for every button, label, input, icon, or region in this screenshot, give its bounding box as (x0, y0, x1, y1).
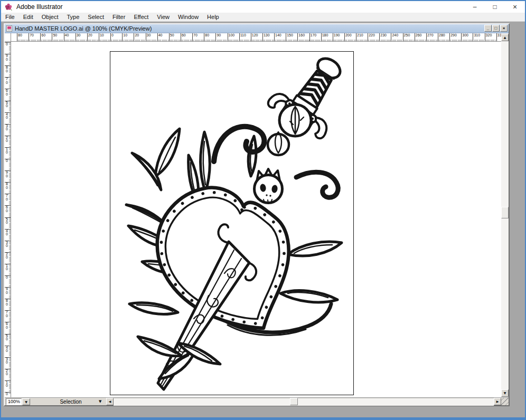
v-ruler-label: 1 0 (5, 264, 11, 271)
h-ruler-label: 330 (496, 33, 501, 41)
h-ruler-label: 320 (485, 33, 492, 41)
menu-select[interactable]: Select (83, 13, 108, 21)
v-ruler-label: 5 0 (5, 217, 11, 225)
h-ruler-label: 30 (146, 33, 151, 41)
v-ruler-label: 6 0 (5, 205, 11, 213)
h-ruler-label: 60 (40, 33, 45, 41)
v-ruler-label: 6 0 (5, 89, 11, 96)
menu-filter[interactable]: Filter (108, 13, 129, 21)
workspace-area: HandD MASTER LOGO.ai @ 100% (CMYK/Previe… (1, 22, 525, 417)
h-ruler-label: 70 (192, 33, 198, 41)
document-file-icon (6, 25, 12, 32)
close-button[interactable]: × (505, 1, 525, 13)
horizontal-scrollbar-thumb[interactable] (290, 398, 298, 405)
v-ruler-label: 4 0 (5, 112, 11, 120)
v-ruler-label: 5 0 (5, 101, 11, 108)
v-ruler-label: 0 (5, 392, 11, 396)
doc-minimize-button[interactable]: _ (484, 25, 492, 32)
h-ruler-label: 0 (110, 33, 114, 41)
h-ruler-label: 50 (52, 33, 57, 41)
v-ruler-label: 9 0 (5, 54, 11, 61)
v-ruler-label: 3 0 (5, 357, 11, 365)
h-ruler-label: 220 (368, 33, 375, 41)
document-titlebar[interactable]: HandD MASTER LOGO.ai @ 100% (CMYK/Previe… (5, 24, 509, 33)
vertical-scrollbar-thumb[interactable] (501, 207, 509, 218)
zoom-level-field[interactable]: 100% (6, 398, 22, 405)
tattoo-artwork[interactable] (110, 52, 353, 395)
menu-help[interactable]: Help (203, 13, 223, 21)
v-ruler-label: 9 0 (5, 287, 11, 294)
zoom-dropdown-icon[interactable]: ▼ (22, 398, 30, 405)
v-ruler-label: 6 0 (5, 322, 11, 329)
h-ruler-label: 240 (391, 33, 398, 41)
v-ruler-label: 0 (5, 159, 11, 163)
h-ruler-label: 280 (438, 33, 445, 41)
doc-close-button[interactable]: × (500, 25, 508, 32)
maximize-button[interactable]: □ (485, 1, 505, 13)
h-ruler-label: 150 (286, 33, 293, 41)
v-ruler-label: 1 0 (5, 380, 11, 388)
h-ruler-label: 60 (181, 33, 186, 41)
h-ruler-label: 10 (122, 33, 127, 41)
vertical-ruler[interactable]: 09 08 07 06 05 04 03 02 01 009 08 07 06 … (5, 42, 11, 397)
v-ruler-label: 0 (5, 42, 11, 46)
scroll-left-icon[interactable]: ◀ (106, 398, 114, 405)
h-ruler-label: 250 (403, 33, 410, 41)
v-ruler-label: 9 0 (5, 170, 11, 178)
h-ruler-label: 10 (99, 33, 104, 41)
status-indicator[interactable]: Selection (42, 398, 100, 405)
h-ruler-label: 70 (29, 33, 34, 41)
illustrator-flower-icon (5, 3, 12, 11)
menu-view[interactable]: View (153, 13, 174, 21)
h-ruler-label: 80 (17, 33, 22, 41)
v-ruler-label: 4 0 (5, 346, 11, 353)
scroll-right-icon[interactable]: ▶ (494, 398, 501, 405)
resize-grip[interactable] (501, 398, 509, 405)
h-ruler-label: 20 (134, 33, 139, 41)
h-ruler-label: 230 (379, 33, 387, 41)
h-ruler-label: 110 (239, 33, 246, 41)
h-ruler-label: 80 (204, 33, 209, 41)
document-window: HandD MASTER LOGO.ai @ 100% (CMYK/Previe… (4, 23, 510, 406)
document-window-controls: _ □ × (484, 25, 508, 32)
h-ruler-label: 210 (356, 33, 363, 41)
h-ruler-label: 180 (321, 33, 328, 41)
h-ruler-label: 310 (473, 33, 480, 41)
menu-object[interactable]: Object (37, 13, 63, 21)
scroll-down-icon[interactable]: ▼ (501, 389, 509, 397)
menu-effect[interactable]: Effect (129, 13, 153, 21)
h-ruler-label: 30 (76, 33, 81, 41)
vertical-scrollbar[interactable]: ▲ ▼ (501, 33, 509, 397)
app-titlebar: Adobe Illustrator – □ × (1, 1, 525, 13)
h-ruler-label: 40 (64, 33, 69, 41)
v-ruler-label: 7 0 (5, 310, 11, 318)
menu-window[interactable]: Window (174, 13, 203, 21)
status-dropdown-icon[interactable]: ▼ (99, 399, 101, 404)
v-ruler-label: 2 0 (5, 369, 11, 376)
minimize-button[interactable]: – (465, 1, 485, 13)
v-ruler-label: 8 0 (5, 65, 11, 73)
guard-ornaments[interactable] (268, 104, 311, 155)
leaves-front[interactable] (138, 337, 220, 379)
status-scrollbar-row: 100% ▼ Selection ▼ ◀ ▶ (5, 397, 509, 405)
horizontal-ruler[interactable]: 8070605040302010010203040506070809010011… (11, 33, 501, 42)
illustrator-app-window: Adobe Illustrator – □ × FileEditObjectTy… (0, 0, 526, 420)
canvas[interactable] (11, 42, 501, 397)
doc-restore-button[interactable]: □ (492, 25, 500, 32)
ruler-origin-box[interactable] (5, 33, 11, 42)
menu-type[interactable]: Type (63, 13, 84, 21)
scroll-up-icon[interactable]: ▲ (501, 34, 509, 41)
h-ruler-label: 270 (426, 33, 434, 41)
horizontal-scrollbar[interactable] (114, 398, 494, 406)
v-ruler-label: 2 0 (5, 252, 11, 260)
h-ruler-label: 290 (449, 33, 457, 41)
v-ruler-label: 2 0 (5, 136, 11, 143)
h-ruler-label: 130 (262, 33, 270, 41)
h-ruler-label: 90 (215, 33, 221, 41)
h-ruler-label: 50 (169, 33, 174, 41)
h-ruler-label: 190 (333, 33, 340, 41)
menu-edit[interactable]: Edit (19, 13, 37, 21)
artboard-page[interactable] (110, 51, 354, 395)
menu-file[interactable]: File (1, 13, 19, 21)
skull[interactable] (255, 169, 283, 203)
